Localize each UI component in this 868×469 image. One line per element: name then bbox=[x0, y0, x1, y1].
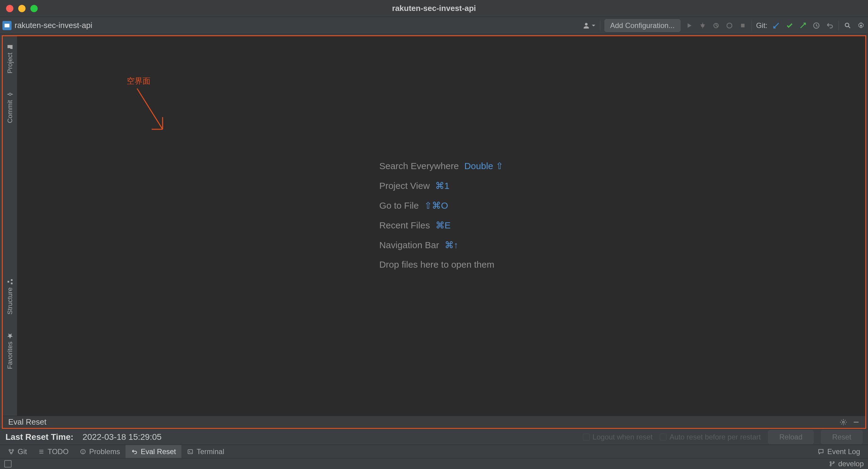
eval-reset-title: Eval Reset bbox=[8, 417, 46, 427]
svg-rect-17 bbox=[7, 281, 9, 283]
user-dropdown[interactable] bbox=[582, 22, 596, 30]
favorites-tool-tab[interactable]: Favorites bbox=[6, 328, 14, 373]
reload-button[interactable]: Reload bbox=[768, 430, 814, 444]
svg-point-7 bbox=[727, 23, 732, 28]
update-project-icon[interactable] bbox=[772, 21, 781, 30]
window-title: rakuten-sec-invest-api bbox=[392, 4, 476, 13]
svg-point-21 bbox=[842, 421, 844, 423]
run-icon[interactable] bbox=[685, 21, 694, 30]
main-content-outline: Project Commit Structure Favorites bbox=[2, 35, 866, 429]
shortcut-navigation-bar: Navigation Bar ⌘↑ bbox=[379, 240, 503, 250]
branch-icon bbox=[8, 448, 14, 455]
shortcut-go-to-file: Go to File ⇧⌘O bbox=[379, 200, 503, 211]
empty-state-shortcuts: Search Everywhere Double ⇧ Project View … bbox=[379, 160, 503, 270]
structure-icon bbox=[7, 278, 13, 285]
auto-reset-checkbox[interactable]: Auto reset before per restart bbox=[660, 433, 761, 441]
gear-icon[interactable] bbox=[840, 418, 847, 426]
logout-when-reset-checkbox[interactable]: Logout when reset bbox=[583, 433, 653, 441]
shortcut-recent-files: Recent Files ⌘E bbox=[379, 220, 503, 231]
project-tool-tab[interactable]: Project bbox=[6, 39, 14, 78]
last-reset-label: Last Reset Time: bbox=[5, 432, 73, 442]
git-tab[interactable]: Git bbox=[2, 445, 33, 458]
svg-point-12 bbox=[9, 93, 11, 95]
push-icon[interactable] bbox=[798, 21, 808, 30]
minimize-window-button[interactable] bbox=[18, 5, 26, 12]
last-reset-time: 2022-03-18 15:29:05 bbox=[83, 432, 162, 442]
event-log-tab[interactable]: Event Log bbox=[812, 445, 866, 458]
main-toolbar: rakuten-sec-invest-api Add Configuration… bbox=[0, 17, 868, 34]
annotation-label: 空界面 bbox=[127, 76, 150, 86]
git-branch-name[interactable]: develop bbox=[838, 460, 864, 468]
svg-point-33 bbox=[830, 461, 831, 463]
svg-rect-15 bbox=[11, 283, 12, 284]
checkbox-icon bbox=[660, 434, 666, 440]
left-tool-strip: Project Commit Structure Favorites bbox=[3, 36, 17, 416]
svg-point-0 bbox=[585, 23, 587, 26]
svg-point-10 bbox=[845, 23, 849, 27]
svg-rect-32 bbox=[188, 449, 193, 453]
commit-icon[interactable] bbox=[785, 21, 794, 30]
tool-windows-toggle-icon[interactable] bbox=[4, 460, 11, 467]
svg-rect-8 bbox=[741, 24, 745, 27]
stop-icon[interactable] bbox=[738, 21, 747, 30]
folder-icon bbox=[7, 43, 13, 50]
terminal-icon bbox=[187, 448, 194, 455]
project-icon bbox=[2, 21, 11, 30]
sidebar-label: Project bbox=[6, 53, 14, 73]
maximize-window-button[interactable] bbox=[30, 5, 38, 12]
svg-line-5 bbox=[704, 24, 705, 25]
debug-icon[interactable] bbox=[698, 21, 707, 30]
annotation-arrow bbox=[135, 87, 169, 135]
eval-reset-panel-header: Eval Reset bbox=[3, 416, 865, 428]
hide-panel-icon[interactable] bbox=[852, 418, 860, 426]
commit-dot-icon bbox=[7, 91, 13, 98]
reset-button[interactable]: Reset bbox=[821, 430, 863, 444]
profiler-icon[interactable] bbox=[725, 21, 734, 30]
problems-tab[interactable]: Problems bbox=[74, 445, 126, 458]
svg-point-11 bbox=[860, 25, 862, 26]
history-icon[interactable] bbox=[812, 21, 821, 30]
breadcrumb-project[interactable]: rakuten-sec-invest-api bbox=[14, 21, 92, 30]
svg-point-24 bbox=[12, 449, 14, 451]
settings-icon[interactable] bbox=[857, 21, 866, 30]
svg-point-23 bbox=[9, 449, 11, 451]
shortcut-search-everywhere: Search Everywhere Double ⇧ bbox=[379, 160, 503, 171]
undo-icon bbox=[131, 448, 138, 455]
svg-point-1 bbox=[701, 24, 704, 27]
editor-empty-state[interactable]: 空界面 Search Everywhere Double ⇧ Project V… bbox=[17, 36, 865, 416]
sidebar-label: Commit bbox=[6, 100, 14, 123]
svg-point-31 bbox=[83, 452, 83, 453]
svg-line-4 bbox=[700, 24, 701, 25]
close-window-button[interactable] bbox=[6, 5, 13, 12]
user-icon bbox=[582, 22, 590, 30]
eval-reset-tab[interactable]: Eval Reset bbox=[126, 445, 181, 458]
sidebar-label: Structure bbox=[6, 287, 14, 315]
bottom-toolbar: Git TODO Problems Eval Reset Terminal Ev… bbox=[0, 445, 868, 458]
titlebar: rakuten-sec-invest-api bbox=[0, 0, 868, 17]
git-label: Git: bbox=[756, 21, 767, 30]
coverage-icon[interactable] bbox=[711, 21, 721, 30]
warning-icon bbox=[80, 448, 86, 455]
add-configuration-button[interactable]: Add Configuration... bbox=[604, 19, 680, 32]
checkbox-icon bbox=[583, 434, 590, 440]
chevron-down-icon bbox=[591, 23, 596, 28]
svg-line-18 bbox=[137, 89, 163, 129]
structure-tool-tab[interactable]: Structure bbox=[6, 274, 14, 319]
todo-tab[interactable]: TODO bbox=[33, 445, 74, 458]
shortcut-project-view: Project View ⌘1 bbox=[379, 180, 503, 191]
svg-point-34 bbox=[833, 461, 834, 463]
commit-tool-tab[interactable]: Commit bbox=[6, 87, 14, 127]
search-icon[interactable] bbox=[843, 21, 852, 30]
sidebar-label: Favorites bbox=[6, 342, 14, 369]
git-branch-icon[interactable] bbox=[829, 461, 835, 467]
traffic-lights bbox=[0, 5, 38, 12]
drop-files-hint: Drop files here to open them bbox=[379, 259, 503, 270]
rollback-icon[interactable] bbox=[825, 21, 834, 30]
statusbar: develop bbox=[0, 458, 868, 469]
svg-rect-16 bbox=[11, 279, 12, 281]
speech-icon bbox=[817, 448, 824, 455]
terminal-tab[interactable]: Terminal bbox=[181, 445, 230, 458]
list-icon bbox=[38, 448, 45, 455]
eval-reset-content: Last Reset Time: 2022-03-18 15:29:05 Log… bbox=[0, 429, 868, 445]
star-icon bbox=[7, 332, 13, 339]
